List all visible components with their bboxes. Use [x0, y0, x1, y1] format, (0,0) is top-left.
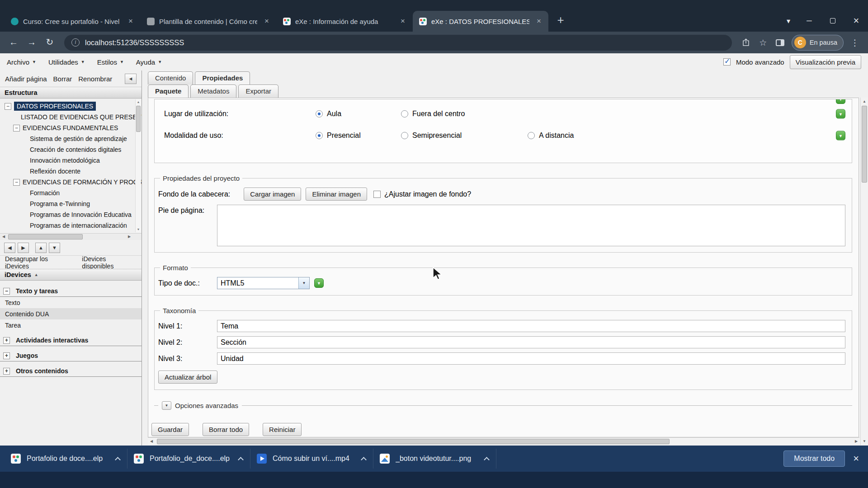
forward-icon[interactable]: → — [24, 34, 40, 51]
chevron-up-icon[interactable] — [484, 457, 490, 463]
browser-menu-icon[interactable]: ⋮ — [847, 35, 863, 50]
tab-close-icon[interactable]: × — [534, 16, 544, 26]
update-tree-button[interactable]: Actualizar árbol — [158, 371, 217, 384]
idevice-section-actividades[interactable]: + Actividades interactivas — [0, 334, 142, 346]
info-toggle-icon[interactable]: ▼ — [836, 109, 845, 119]
tab-propiedades[interactable]: Propiedades — [195, 71, 250, 84]
info-toggle-icon[interactable]: ▼ — [314, 278, 324, 288]
scroll-up-icon[interactable]: ▲ — [136, 99, 141, 105]
idevice-item-contenido-dua[interactable]: Contenido DUA — [0, 308, 142, 319]
browser-tab-1[interactable]: Curso: Cree su portafolio - Nivel × — [5, 11, 140, 32]
radio-option-aula[interactable]: Aula — [316, 110, 401, 118]
ungroup-idevices-link[interactable]: Desagrupar los iDevices — [5, 255, 70, 270]
level2-input[interactable] — [217, 336, 845, 348]
tree-node[interactable]: LISTADO DE EVIDENCIAS QUE PRESENT — [0, 112, 142, 122]
radio-option-semipresencial[interactable]: Semipresencial — [401, 131, 528, 140]
tab-paquete[interactable]: Paquete — [148, 84, 189, 98]
add-page-button[interactable]: Añadir página — [5, 75, 47, 83]
radio-icon[interactable] — [401, 132, 408, 139]
tree-node[interactable]: Innovación metodológica — [0, 155, 142, 166]
radio-option-presencial[interactable]: Presencial — [316, 131, 401, 140]
tab-close-icon[interactable]: × — [126, 16, 136, 26]
radio-option-a-distancia[interactable]: A distancia — [528, 131, 574, 140]
remove-image-button[interactable]: Eliminar imagen — [306, 188, 367, 201]
tree-node[interactable]: Programas de internacionalización — [0, 220, 142, 231]
tree-node[interactable]: Programas de Innovación Educativa — [0, 209, 142, 220]
tree-node[interactable]: Reflexión docente — [0, 166, 142, 177]
chevron-up-icon[interactable] — [238, 457, 244, 463]
doc-type-select[interactable]: HTML5 ▼ — [217, 277, 310, 289]
tab-search-icon[interactable]: ▾ — [779, 10, 797, 32]
site-info-icon[interactable]: i — [71, 38, 80, 47]
close-downloads-bar-icon[interactable]: × — [853, 453, 859, 465]
idevice-section-texto-y-tareas[interactable]: − Texto y tareas — [0, 285, 142, 297]
available-idevices-link[interactable]: iDevices disponibles — [82, 255, 137, 270]
tree-node[interactable]: − EVIDENCIAS DE FORMACIÓN Y PROGRA — [0, 177, 142, 188]
save-button[interactable]: Guardar — [151, 423, 189, 436]
tree-vertical-scrollbar[interactable]: ▲ ▼ — [135, 99, 141, 232]
scroll-up-icon[interactable]: ▲ — [861, 98, 868, 105]
collapse-icon[interactable]: − — [3, 288, 10, 295]
idevices-header[interactable]: iDevices ▲ — [0, 269, 142, 281]
url-text[interactable]: localhost:51236/SSSSSSSSS — [85, 38, 184, 47]
idevice-section-juegos[interactable]: + Juegos — [0, 349, 142, 361]
show-all-downloads-button[interactable]: Mostrar todo — [783, 450, 845, 467]
clear-all-button[interactable]: Borrar todo — [203, 423, 249, 436]
fit-background-checkbox[interactable] — [373, 191, 381, 198]
radio-icon[interactable] — [528, 132, 535, 139]
advanced-options-toggle-icon[interactable]: ▼ — [162, 401, 171, 410]
reset-button[interactable]: Reiniciar — [263, 423, 302, 436]
minimize-button[interactable]: ─ — [797, 10, 821, 32]
tab-contenido[interactable]: Contenido — [148, 71, 193, 84]
new-tab-button[interactable]: + — [552, 13, 569, 29]
tab-close-icon[interactable]: × — [398, 16, 408, 26]
load-image-button[interactable]: Cargar imagen — [244, 188, 301, 201]
maximize-button[interactable] — [821, 10, 844, 32]
content-horizontal-scrollbar[interactable]: ◀ ▶ — [148, 437, 860, 445]
radio-selected-icon[interactable] — [316, 110, 323, 117]
scroll-right-icon[interactable]: ▶ — [126, 234, 133, 240]
download-item-1[interactable]: Portafolio de doce....elp — [5, 449, 127, 469]
idevice-item-tarea[interactable]: Tarea — [0, 319, 142, 331]
side-panel-icon[interactable] — [773, 35, 788, 50]
address-bar[interactable]: i localhost:51236/SSSSSSSSS — [64, 35, 732, 51]
scroll-right-icon[interactable]: ▶ — [853, 438, 860, 445]
radio-icon[interactable] — [401, 110, 408, 117]
reload-icon[interactable]: ↻ — [42, 34, 58, 51]
menu-archivo[interactable]: Archivo ▼ — [7, 58, 36, 66]
download-item-3[interactable]: Cómo subir un ví....mp4 — [250, 449, 373, 469]
tree-node[interactable]: Creación de contenidos digitales — [0, 144, 142, 155]
scroll-down-icon[interactable]: ▼ — [861, 437, 868, 445]
collapse-icon[interactable]: − — [13, 125, 20, 131]
chevron-up-icon[interactable] — [361, 457, 367, 463]
download-item-2[interactable]: Portafolio_de_doce....elp — [127, 449, 250, 469]
promote-node-icon[interactable]: ◀ — [4, 243, 15, 253]
content-vertical-scrollbar[interactable]: ▲ ▼ — [860, 98, 868, 445]
move-node-down-icon[interactable]: ▼ — [49, 243, 60, 253]
tab-metadatos[interactable]: Metadatos — [190, 84, 236, 98]
radio-option-fuera-del-centro[interactable]: Fuera del centro — [401, 110, 528, 118]
menu-utilidades[interactable]: Utilidades ▼ — [48, 58, 85, 66]
browser-tab-2[interactable]: Plantilla de contenido | Cómo cre × — [141, 11, 276, 32]
collapse-icon[interactable]: − — [13, 179, 20, 186]
radio-selected-icon[interactable] — [316, 132, 323, 139]
idevice-item-texto[interactable]: Texto — [0, 297, 142, 308]
close-window-button[interactable]: × — [844, 10, 868, 32]
expand-icon[interactable]: + — [3, 337, 10, 344]
expand-icon[interactable]: + — [3, 368, 10, 375]
delete-page-button[interactable]: Borrar — [53, 75, 72, 83]
tree-node[interactable]: − EVIDENCIAS FUNDAMENTALES — [0, 122, 142, 133]
scrollbar-thumb[interactable] — [136, 106, 141, 132]
demote-node-icon[interactable]: ▶ — [18, 243, 29, 253]
info-toggle-icon[interactable]: ▼ — [836, 131, 845, 141]
collapse-icon[interactable]: − — [5, 103, 11, 110]
dropdown-arrow-icon[interactable]: ▼ — [298, 277, 309, 289]
menu-ayuda[interactable]: Ayuda ▼ — [136, 58, 162, 66]
advanced-mode-checkbox[interactable] — [723, 58, 731, 66]
browser-tab-4-active[interactable]: eXe : DATOS PROFESIONALES × — [413, 11, 548, 32]
scroll-down-icon[interactable]: ▼ — [136, 227, 141, 232]
menu-estilos[interactable]: Estilos ▼ — [97, 58, 124, 66]
level3-input[interactable] — [217, 352, 845, 365]
scroll-left-icon[interactable]: ◀ — [148, 438, 155, 445]
share-icon[interactable] — [738, 35, 754, 50]
